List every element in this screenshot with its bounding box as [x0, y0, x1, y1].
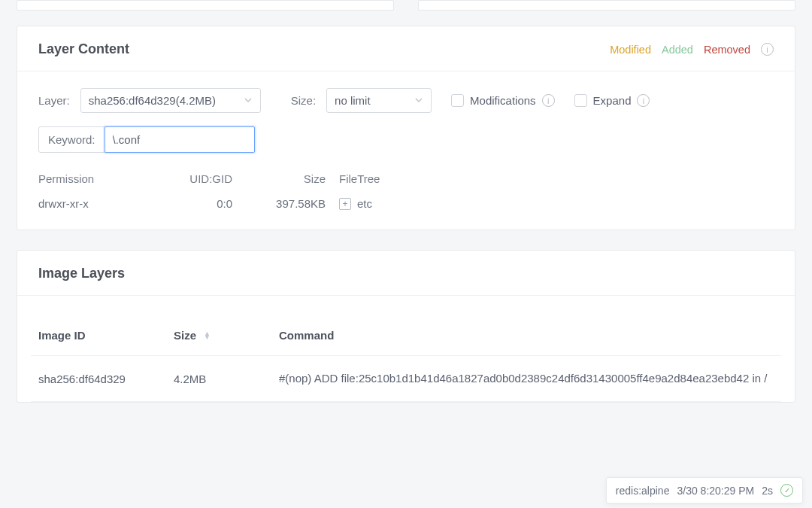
filter-row-1: Layer: sha256:df64d329(4.2MB) Size: no l… — [38, 88, 774, 113]
size-select-value: no limit — [335, 94, 371, 107]
expand-label: Expand — [593, 94, 632, 107]
expand-checkbox-wrap[interactable]: Expand i — [574, 94, 650, 107]
layer-content-title: Layer Content — [38, 41, 129, 57]
keyword-input[interactable] — [105, 126, 255, 153]
cell-filetree: + etc — [339, 197, 774, 210]
modifications-checkbox[interactable] — [451, 94, 464, 107]
layer-select-label: Layer: — [38, 94, 70, 107]
toast-duration: 2s — [762, 485, 773, 497]
summary-card-right — [418, 0, 795, 11]
legend-info-icon[interactable]: i — [761, 43, 774, 56]
top-summary-row — [0, 0, 812, 26]
col-size-header[interactable]: Size ▲▼ — [174, 329, 279, 342]
toast-time: 3/30 8:20:29 PM — [677, 485, 754, 497]
filetree-name: etc — [357, 197, 372, 210]
legend-modified: Modified — [610, 44, 651, 56]
chevron-down-icon — [244, 94, 253, 107]
layer-content-card: Layer Content Modified Added Removed i L… — [17, 26, 795, 230]
expand-checkbox[interactable] — [574, 94, 587, 107]
filetree-row[interactable]: drwxr-xr-x 0:0 397.58KB + etc — [38, 191, 774, 216]
cell-uidgid: 0:0 — [159, 197, 249, 210]
status-toast[interactable]: redis:alpine 3/30 8:20:29 PM 2s ✓ — [606, 477, 803, 503]
col-size-label: Size — [174, 329, 196, 342]
summary-card-left — [17, 0, 394, 11]
cell-command: #(nop) ADD file:25c10b1d1b41d46a1827ad0b… — [279, 370, 774, 388]
col-uidgid: UID:GID — [159, 172, 249, 185]
layers-table-row[interactable]: sha256:df64d329 4.2MB #(nop) ADD file:25… — [31, 356, 781, 402]
col-command: Command — [279, 329, 774, 342]
col-permission: Permission — [38, 172, 159, 185]
size-select-label: Size: — [291, 94, 316, 107]
cell-image-id: sha256:df64d329 — [38, 373, 174, 385]
legend-removed: Removed — [704, 44, 750, 56]
image-layers-header: Image Layers — [17, 251, 795, 296]
cell-layer-size: 4.2MB — [174, 373, 279, 385]
modifications-info-icon[interactable]: i — [542, 94, 555, 107]
size-select[interactable]: no limit — [326, 88, 432, 113]
modifications-label: Modifications — [470, 94, 536, 107]
legend: Modified Added Removed i — [610, 43, 774, 56]
check-circle-icon: ✓ — [780, 484, 793, 497]
sort-icon[interactable]: ▲▼ — [204, 332, 211, 339]
layer-content-header: Layer Content Modified Added Removed i — [17, 26, 795, 71]
legend-added: Added — [662, 44, 693, 56]
toast-name: redis:alpine — [616, 485, 670, 497]
col-filetree: FileTree — [339, 172, 774, 185]
col-image-id: Image ID — [38, 329, 174, 342]
expand-info-icon[interactable]: i — [637, 94, 650, 107]
image-layers-title: Image Layers — [38, 266, 125, 281]
expand-row-icon[interactable]: + — [339, 198, 351, 210]
modifications-checkbox-wrap[interactable]: Modifications i — [451, 94, 555, 107]
keyword-group: Keyword: — [38, 126, 255, 153]
cell-permission: drwxr-xr-x — [38, 197, 159, 210]
chevron-down-icon — [414, 94, 423, 107]
keyword-label: Keyword: — [39, 127, 105, 152]
image-layers-card: Image Layers Image ID Size ▲▼ Command sh… — [17, 250, 795, 403]
layer-select[interactable]: sha256:df64d329(4.2MB) — [80, 88, 261, 113]
cell-size: 397.58KB — [249, 197, 339, 210]
image-layers-body: Image ID Size ▲▼ Command sha256:df64d329… — [17, 296, 795, 402]
layer-content-body: Layer: sha256:df64d329(4.2MB) Size: no l… — [17, 71, 795, 230]
filetree-header: Permission UID:GID Size FileTree — [38, 166, 774, 191]
filter-row-2: Keyword: — [38, 126, 774, 153]
layer-select-value: sha256:df64d329(4.2MB) — [89, 94, 216, 107]
layers-table-header: Image ID Size ▲▼ Command — [31, 315, 781, 356]
col-size: Size — [249, 172, 339, 185]
